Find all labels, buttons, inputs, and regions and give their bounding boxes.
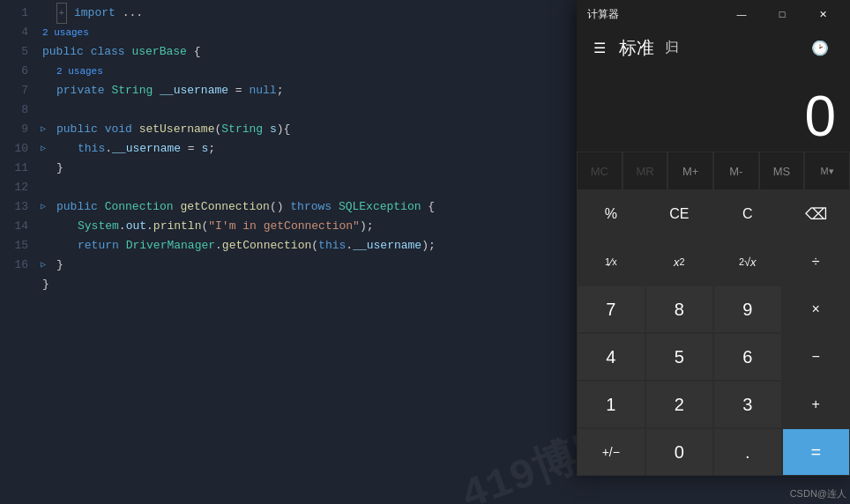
btn-6[interactable]: 6 bbox=[713, 333, 782, 381]
backspace-icon: ⌫ bbox=[805, 204, 827, 224]
calculator-window: 计算器 — □ ✕ ☰ 标准 归 🕑 0 MC MR M+ M- MS M▾ %… bbox=[577, 0, 850, 476]
btn-3[interactable]: 3 bbox=[713, 381, 782, 428]
row-789: 7 8 9 × bbox=[577, 285, 850, 333]
minimize-button[interactable]: — bbox=[721, 0, 762, 28]
divide-button[interactable]: ÷ bbox=[782, 238, 851, 285]
ln-1: 1 bbox=[0, 4, 28, 23]
btn-9[interactable]: 9 bbox=[713, 285, 782, 333]
row-0: +/− 0 . = bbox=[577, 428, 850, 476]
row-123: 1 2 3 + bbox=[577, 381, 850, 428]
sci-row: 1⁄x x2 2√x ÷ bbox=[577, 238, 850, 285]
square-button[interactable]: x2 bbox=[645, 238, 714, 285]
ln-16: 16 bbox=[0, 256, 28, 275]
calc-mode-title: 标准 bbox=[619, 36, 654, 60]
multiply-button[interactable]: × bbox=[782, 285, 851, 333]
btn-7[interactable]: 7 bbox=[577, 285, 645, 333]
subtract-button[interactable]: − bbox=[782, 333, 851, 381]
func-row: % CE C ⌫ bbox=[577, 190, 850, 238]
clear-button[interactable]: C bbox=[713, 190, 782, 238]
ln-11: 11 bbox=[0, 159, 28, 178]
row-456: 4 5 6 − bbox=[577, 333, 850, 381]
ce-button[interactable]: CE bbox=[645, 190, 714, 238]
btn-8[interactable]: 8 bbox=[645, 285, 714, 333]
calc-titlebar: 计算器 — □ ✕ bbox=[577, 0, 850, 28]
history-button[interactable]: 🕑 bbox=[804, 32, 836, 63]
ln-9: 9 bbox=[0, 120, 28, 139]
mr-button[interactable]: MR bbox=[623, 152, 668, 190]
calc-mode-icon: 归 bbox=[665, 39, 679, 57]
ln-14: 14 bbox=[0, 217, 28, 236]
calc-display: 0 bbox=[577, 67, 850, 152]
csdn-label: CSDN@连人 bbox=[790, 487, 846, 500]
btn-0[interactable]: 0 bbox=[645, 428, 714, 476]
reciprocal-button[interactable]: 1⁄x bbox=[577, 238, 645, 285]
decimal-button[interactable]: . bbox=[713, 428, 782, 476]
mc-button[interactable]: MC bbox=[577, 152, 623, 190]
btn-4[interactable]: 4 bbox=[577, 333, 645, 381]
calc-title: 计算器 bbox=[584, 7, 721, 22]
sqrt-button[interactable]: 2√x bbox=[713, 238, 782, 285]
maximize-button[interactable]: □ bbox=[762, 0, 802, 28]
titlebar-buttons: — □ ✕ bbox=[721, 0, 843, 28]
mminus-button[interactable]: M- bbox=[713, 152, 759, 190]
percent-button[interactable]: % bbox=[577, 190, 645, 238]
ln-13: 13 bbox=[0, 197, 28, 217]
mrecall-button[interactable]: M▾ bbox=[804, 152, 850, 190]
ln-7: 7 bbox=[0, 81, 28, 100]
calc-header: ☰ 标准 归 🕑 bbox=[577, 28, 850, 67]
memory-row: MC MR M+ M- MS M▾ bbox=[577, 152, 850, 190]
btn-5[interactable]: 5 bbox=[645, 333, 714, 381]
backspace-button[interactable]: ⌫ bbox=[782, 190, 851, 238]
mplus-button[interactable]: M+ bbox=[667, 152, 713, 190]
equals-button[interactable]: = bbox=[782, 428, 851, 476]
close-button[interactable]: ✕ bbox=[802, 0, 843, 28]
hamburger-menu-button[interactable]: ☰ bbox=[584, 32, 615, 63]
ln-6: 6 bbox=[0, 62, 28, 81]
ln-5: 5 bbox=[0, 42, 28, 62]
ln-8: 8 bbox=[0, 100, 28, 120]
line-numbers: 1 4 5 6 7 8 9 10 11 12 13 14 15 16 bbox=[0, 0, 35, 504]
ln-15: 15 bbox=[0, 236, 28, 256]
ln-4: 4 bbox=[0, 23, 28, 42]
btn-1[interactable]: 1 bbox=[577, 381, 645, 428]
calc-result: 0 bbox=[804, 88, 836, 145]
add-button[interactable]: + bbox=[782, 381, 851, 428]
calc-buttons: MC MR M+ M- MS M▾ % CE C ⌫ 1⁄x x2 2√x ÷ … bbox=[577, 152, 850, 476]
ms-button[interactable]: MS bbox=[759, 152, 805, 190]
negate-button[interactable]: +/− bbox=[577, 428, 645, 476]
btn-2[interactable]: 2 bbox=[645, 381, 714, 428]
ln-10: 10 bbox=[0, 139, 28, 159]
ln-12: 12 bbox=[0, 178, 28, 197]
